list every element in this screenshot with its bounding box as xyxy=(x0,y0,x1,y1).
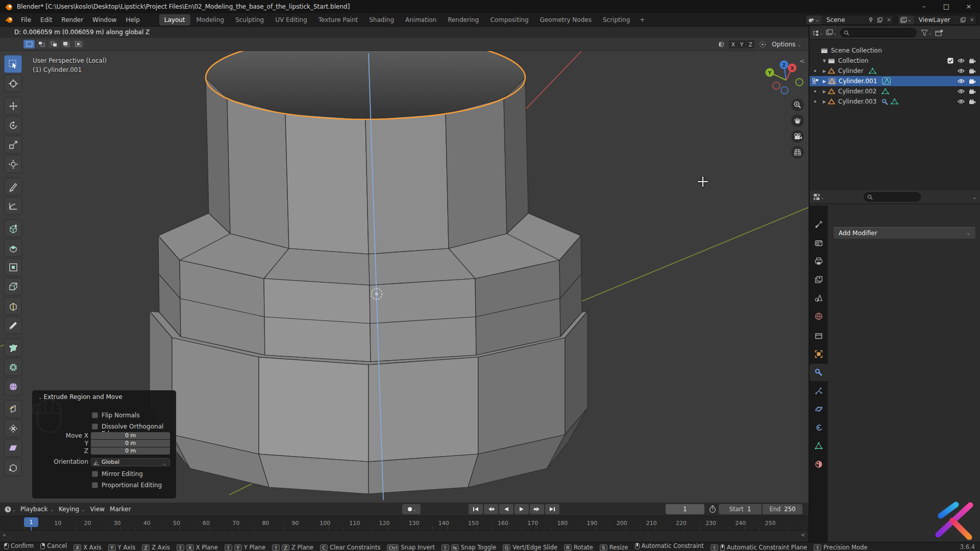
tool-select-box[interactable] xyxy=(4,55,22,73)
timeline-track-area[interactable]: » < xyxy=(0,531,808,542)
scene-name[interactable]: Scene xyxy=(821,16,866,23)
outliner-row-cylinder-003[interactable]: ▶ Cylinder.003 xyxy=(810,96,980,107)
tool-move[interactable] xyxy=(4,97,22,115)
tab-output[interactable] xyxy=(810,253,828,270)
tab-object-data[interactable] xyxy=(810,437,828,455)
expand-arrow-icon[interactable]: ▶ xyxy=(821,89,828,94)
exclude-checkbox[interactable] xyxy=(947,58,953,64)
mirror-icon[interactable] xyxy=(717,41,725,48)
tool-smooth[interactable] xyxy=(4,378,22,395)
tab-material[interactable] xyxy=(810,456,828,473)
timeline-menu-playback[interactable]: Playback ⌄ xyxy=(20,506,54,513)
expand-arrow-icon[interactable]: ▶ xyxy=(821,99,828,104)
tab-particles[interactable] xyxy=(810,382,828,399)
tab-constraints[interactable] xyxy=(810,419,828,436)
operator-title[interactable]: Extrude Region and Move xyxy=(43,393,122,400)
menu-render[interactable]: Render xyxy=(57,15,88,25)
properties-editor-icon[interactable]: ⌄ xyxy=(813,193,824,201)
viewport-3d[interactable]: D: 0.006059 m (0.006059 m) along global … xyxy=(0,27,810,503)
zoom-view-button[interactable] xyxy=(791,98,804,111)
select-mode-invert-button[interactable] xyxy=(60,40,71,48)
tool-measure[interactable] xyxy=(4,197,22,215)
mirror-x-toggle[interactable]: X xyxy=(729,40,737,48)
close-button[interactable]: × xyxy=(958,0,980,13)
disable-render-camera-icon[interactable] xyxy=(969,79,976,84)
tab-physics[interactable] xyxy=(810,400,828,418)
menu-edit[interactable]: Edit xyxy=(36,15,57,25)
gizmo-z-neg[interactable] xyxy=(781,87,788,94)
tab-modeling[interactable]: Modeling xyxy=(191,14,230,26)
gizmo-x-neg[interactable] xyxy=(773,82,780,89)
tab-layout[interactable]: Layout xyxy=(159,14,190,26)
add-modifier-button[interactable]: Add Modifier⌄ xyxy=(833,227,976,239)
move-z-field[interactable]: 0 m xyxy=(91,447,170,455)
expand-arrow-icon[interactable]: ▶ xyxy=(821,69,828,73)
tool-loop-cut[interactable] xyxy=(4,297,22,315)
proportional-editing-checkbox[interactable] xyxy=(92,482,98,488)
tab-texture-paint[interactable]: Texture Paint xyxy=(313,14,363,26)
play-button[interactable] xyxy=(514,504,529,514)
tab-sculpting[interactable]: Sculpting xyxy=(230,14,269,26)
tool-inset-faces[interactable] xyxy=(4,258,22,276)
select-mode-extend-button[interactable] xyxy=(36,40,47,48)
orientation-dropdown[interactable]: Global ⌄ xyxy=(91,458,170,466)
tool-edge-slide[interactable] xyxy=(4,400,22,418)
hide-eye-icon[interactable] xyxy=(958,58,965,63)
tab-rendering[interactable]: Rendering xyxy=(443,14,484,26)
add-workspace-button[interactable]: + xyxy=(635,16,649,23)
jump-to-end-button[interactable] xyxy=(545,504,559,514)
orthographic-toggle-button[interactable] xyxy=(791,146,804,159)
tab-view-layer[interactable] xyxy=(810,271,828,288)
disable-render-camera-icon[interactable] xyxy=(969,89,976,94)
maximize-button[interactable]: □ xyxy=(935,0,958,13)
tool-rotate[interactable] xyxy=(4,116,22,134)
copy-viewlayer-icon[interactable] xyxy=(959,17,968,22)
outliner-row-cylinder[interactable]: ▶ Cylinder xyxy=(810,66,980,76)
dissolve-edges-checkbox[interactable] xyxy=(92,423,98,430)
select-mode-intersect-button[interactable] xyxy=(72,40,84,48)
viewlayer-icon[interactable]: ⌄ xyxy=(898,15,914,24)
hide-eye-icon[interactable] xyxy=(958,89,965,94)
tool-spin[interactable] xyxy=(4,358,22,376)
hide-eye-icon[interactable] xyxy=(958,79,965,84)
properties-options-icon[interactable]: ⌄ xyxy=(972,194,977,201)
scene-selector[interactable]: ⌄ Scene × xyxy=(805,15,894,25)
frame-end-field[interactable]: End 250 xyxy=(763,504,802,514)
pan-view-button[interactable] xyxy=(791,114,804,127)
blender-menu-icon[interactable] xyxy=(5,16,13,23)
tool-bevel[interactable] xyxy=(4,278,22,295)
outliner-filter-icon[interactable]: ⌄ xyxy=(921,30,932,36)
tab-tool[interactable] xyxy=(810,216,828,233)
menu-file[interactable]: File xyxy=(16,15,36,25)
proportional-falloff-icon[interactable] xyxy=(758,41,767,48)
tool-add-cube[interactable] xyxy=(4,219,22,237)
pin-icon[interactable] xyxy=(866,17,875,22)
copy-scene-icon[interactable] xyxy=(875,17,885,22)
play-reverse-button[interactable] xyxy=(499,504,513,514)
outliner-row-cylinder-001[interactable]: ▶ Cylinder.001 xyxy=(810,76,980,86)
outliner-row-cylinder-002[interactable]: ▶ Cylinder.002 xyxy=(810,86,980,96)
frame-start-field[interactable]: Start 1 xyxy=(719,504,762,514)
tab-compositing[interactable]: Compositing xyxy=(485,14,533,26)
gizmo-y-neg[interactable] xyxy=(796,79,803,86)
tool-rip-region[interactable] xyxy=(4,458,22,476)
tool-cursor[interactable] xyxy=(4,74,22,92)
camera-view-button[interactable] xyxy=(791,130,804,143)
timeline-editor-type-icon[interactable]: ⌄ xyxy=(4,506,15,513)
scene-icon[interactable]: ⌄ xyxy=(806,15,821,24)
outliner-search-input[interactable] xyxy=(840,28,917,37)
current-frame-badge[interactable]: 1 xyxy=(24,517,38,527)
tab-object[interactable] xyxy=(810,345,828,363)
hide-eye-icon[interactable] xyxy=(958,99,965,104)
outliner-row-scene-collection[interactable]: Scene Collection xyxy=(810,45,980,56)
menu-help[interactable]: Help xyxy=(121,15,144,25)
channel-expand-icon[interactable]: » xyxy=(3,532,6,538)
move-y-field[interactable]: 0 m xyxy=(91,440,170,447)
move-x-field[interactable]: 0 m xyxy=(91,432,170,439)
tab-scene[interactable] xyxy=(810,289,828,307)
tab-render[interactable] xyxy=(810,234,828,252)
disable-render-camera-icon[interactable] xyxy=(969,68,976,74)
tool-shrink-fatten[interactable] xyxy=(4,419,22,437)
tool-extrude-region[interactable] xyxy=(4,239,22,257)
tool-shear[interactable] xyxy=(4,439,22,457)
